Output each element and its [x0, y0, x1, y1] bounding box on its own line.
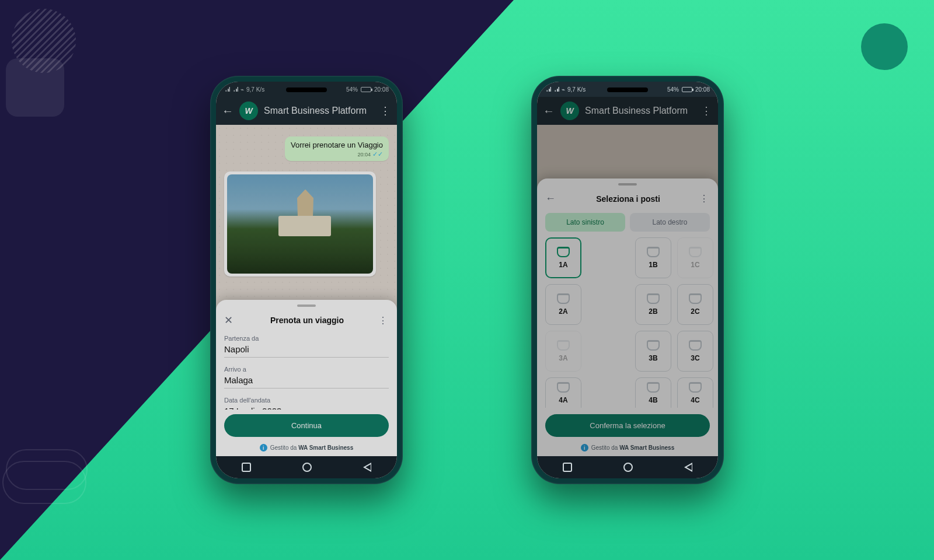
- chat-body: ← Seleziona i posti ⋮ Lato sinistro Lato…: [537, 125, 718, 456]
- seat-icon: [689, 247, 702, 257]
- seat-icon: [647, 382, 660, 393]
- sheet-more-icon[interactable]: ⋮: [378, 315, 389, 326]
- outgoing-message: Vorrei prenotare un Viaggio 20:04✓✓: [285, 136, 389, 161]
- seat-1a[interactable]: 1A: [545, 237, 581, 278]
- more-options-icon[interactable]: ⋮: [379, 104, 391, 117]
- info-icon: i: [581, 444, 588, 452]
- continue-button[interactable]: Continua: [224, 414, 389, 437]
- seat-icon: [557, 247, 570, 257]
- seat-selection-sheet: ← Seleziona i posti ⋮ Lato sinistro Lato…: [537, 178, 718, 456]
- chat-header: ← W Smart Business Platform ⋮: [537, 97, 718, 125]
- info-icon: i: [260, 444, 267, 452]
- chat-title[interactable]: Smart Business Platform: [585, 106, 695, 116]
- toggle-left-side[interactable]: Lato sinistro: [545, 213, 625, 232]
- depart-input[interactable]: 17 Luglio 2023: [224, 406, 389, 410]
- seat-icon: [647, 340, 660, 351]
- nav-home-icon[interactable]: [302, 463, 312, 472]
- message-time: 20:04: [357, 152, 371, 158]
- back-arrow-icon[interactable]: ←: [543, 105, 555, 117]
- back-arrow-icon[interactable]: ←: [222, 105, 234, 117]
- android-navbar: [216, 456, 397, 478]
- android-navbar: [537, 456, 718, 478]
- message-text: Vorrei prenotare un Viaggio: [291, 141, 383, 149]
- chat-avatar[interactable]: W: [239, 102, 258, 120]
- depart-label: Data dell'andata: [224, 397, 389, 404]
- status-bar: ⌁9,7 K/s 54%20:08: [216, 82, 397, 97]
- seat-icon: [689, 340, 702, 351]
- managed-by-footer: i Gestito da WA Smart Business: [216, 440, 397, 456]
- read-ticks-icon: ✓✓: [372, 150, 383, 158]
- to-input[interactable]: Malaga: [224, 375, 389, 388]
- sheet-handle[interactable]: [297, 304, 316, 307]
- sheet-more-icon[interactable]: ⋮: [699, 193, 710, 204]
- seat-2a[interactable]: 2A: [545, 284, 581, 325]
- seat-icon: [689, 293, 702, 304]
- seat-icon: [557, 293, 570, 304]
- seat-icon: [557, 382, 570, 393]
- more-options-icon[interactable]: ⋮: [700, 104, 712, 117]
- sheet-back-icon[interactable]: ←: [545, 192, 557, 205]
- seat-4a[interactable]: 4A: [545, 377, 581, 408]
- confirm-selection-button[interactable]: Conferma la selezione: [545, 414, 710, 437]
- seat-icon: [647, 293, 660, 304]
- nav-back-icon[interactable]: [684, 463, 692, 472]
- close-sheet-icon[interactable]: ✕: [224, 314, 236, 327]
- seat-1b[interactable]: 1B: [635, 237, 671, 278]
- seat-icon: [647, 247, 660, 257]
- sheet-title: Seleziona i posti: [557, 194, 699, 204]
- nav-home-icon[interactable]: [623, 463, 633, 472]
- nav-recent-icon[interactable]: [563, 463, 572, 472]
- from-label: Partenza da: [224, 335, 389, 342]
- sheet-handle[interactable]: [618, 183, 637, 186]
- seat-3b[interactable]: 3B: [635, 331, 671, 372]
- seat-icon: [557, 340, 570, 351]
- seat-3c[interactable]: 3C: [677, 331, 713, 372]
- seat-icon: [689, 382, 702, 393]
- seat-3a[interactable]: 3A: [545, 331, 581, 372]
- status-bar: ⌁9,7 K/s 54%20:08: [537, 82, 718, 97]
- from-input[interactable]: Napoli: [224, 344, 389, 358]
- phone-mockup-left: ⌁9,7 K/s 54%20:08 ← W Smart Business Pla…: [210, 76, 403, 484]
- chat-avatar[interactable]: W: [560, 102, 579, 120]
- phone-mockup-right: ⌁9,7 K/s 54%20:08 ← W Smart Business Pla…: [531, 76, 724, 484]
- toggle-right-side[interactable]: Lato destro: [630, 213, 710, 232]
- managed-by-footer: i Gestito da WA Smart Business: [537, 440, 718, 456]
- seat-2b[interactable]: 2B: [635, 284, 671, 325]
- seat-4c[interactable]: 4C: [677, 377, 713, 408]
- seat-2c[interactable]: 2C: [677, 284, 713, 325]
- incoming-photo-message[interactable]: [224, 172, 376, 276]
- chat-title[interactable]: Smart Business Platform: [264, 106, 374, 116]
- nav-recent-icon[interactable]: [242, 463, 251, 472]
- to-label: Arrivo a: [224, 366, 389, 373]
- booking-sheet: ✕ Prenota un viaggio ⋮ Partenza da Napol…: [216, 300, 397, 456]
- seat-4b[interactable]: 4B: [635, 377, 671, 408]
- seat-1c[interactable]: 1C: [677, 237, 713, 278]
- chat-header: ← W Smart Business Platform ⋮: [216, 97, 397, 125]
- nav-back-icon[interactable]: [363, 463, 371, 472]
- sheet-title: Prenota un viaggio: [236, 316, 378, 325]
- chat-body: Vorrei prenotare un Viaggio 20:04✓✓ ✕ Pr…: [216, 125, 397, 456]
- travel-photo: [227, 174, 373, 274]
